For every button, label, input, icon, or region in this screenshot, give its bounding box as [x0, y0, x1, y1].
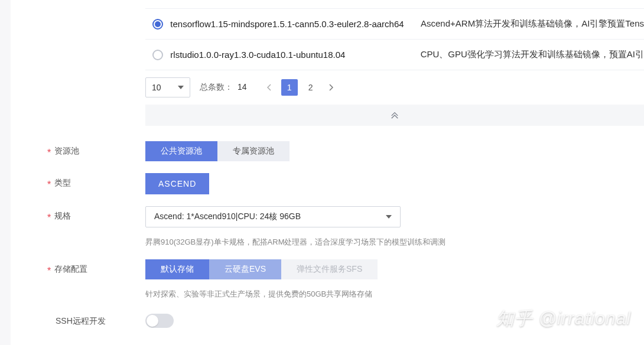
required-mark: *: [47, 213, 51, 223]
storage-toggle: 默认存储 云硬盘EVS 弹性文件服务SFS: [145, 259, 644, 279]
type-label: 类型: [54, 178, 71, 188]
ascend-type-button[interactable]: ASCEND: [145, 173, 209, 194]
page-size-value: 10: [152, 83, 161, 92]
required-mark: *: [47, 266, 51, 276]
config-panel: tensorflow1.15-mindspore1.5.1-cann5.0.3-…: [11, 0, 644, 345]
type-row: * 类型 ASCEND: [11, 173, 644, 194]
spec-row: * 规格 Ascend: 1*Ascend910|CPU: 24核 96GB 昇…: [11, 206, 644, 248]
dedicated-pool-button[interactable]: 专属资源池: [217, 141, 290, 161]
page-number-2[interactable]: 2: [303, 79, 319, 96]
caret-down-icon: [386, 215, 392, 219]
resource-pool-row: * 资源池 公共资源池 专属资源池: [11, 141, 644, 161]
radio-selected[interactable]: [152, 19, 163, 30]
required-mark: *: [47, 148, 51, 158]
image-name: tensorflow1.15-mindspore1.5.1-cann5.0.3-…: [170, 19, 421, 29]
total-label: 总条数：: [200, 82, 233, 92]
storage-evs-button[interactable]: 云硬盘EVS: [209, 259, 281, 279]
public-pool-button[interactable]: 公共资源池: [145, 141, 217, 161]
ssh-label: SSH远程开发: [56, 316, 106, 327]
caret-down-icon: [178, 86, 184, 89]
resource-pool-label: 资源池: [54, 146, 79, 157]
total-count: 14: [238, 82, 247, 92]
pagination: 10 总条数：14 1 2: [145, 70, 644, 105]
ssh-toggle[interactable]: [145, 314, 174, 328]
image-description: CPU、GPU强化学习算法开发和训练基础镜像，预置AI引: [421, 49, 644, 60]
spec-hint: 昇腾910(32GB显存)单卡规格，配搭ARM处理器，适合深度学习场景下的模型训…: [145, 237, 644, 248]
spec-select[interactable]: Ascend: 1*Ascend910|CPU: 24核 96GB: [145, 206, 401, 227]
page-prev-button[interactable]: [262, 80, 277, 95]
spec-value: Ascend: 1*Ascend910|CPU: 24核 96GB: [154, 211, 301, 222]
storage-row: * 存储配置 默认存储 云硬盘EVS 弹性文件服务SFS 针对探索、实验等非正式…: [11, 259, 644, 300]
image-options-table: tensorflow1.15-mindspore1.5.1-cann5.0.3-…: [145, 8, 644, 70]
chevron-double-up-icon: [391, 111, 399, 119]
collapse-bar[interactable]: [145, 105, 644, 126]
image-description: Ascend+ARM算法开发和训练基础镜像，AI引擎预置Tens: [421, 18, 644, 30]
page-next-button[interactable]: [324, 80, 338, 95]
spec-label: 规格: [54, 211, 71, 222]
storage-label: 存储配置: [54, 264, 87, 275]
resource-pool-toggle: 公共资源池 专属资源池: [145, 141, 644, 161]
page-size-select[interactable]: 10: [145, 77, 190, 97]
image-option-row[interactable]: tensorflow1.15-mindspore1.5.1-cann5.0.3-…: [145, 8, 644, 40]
page-nav: 1 2: [262, 79, 338, 96]
image-name: rlstudio1.0.0-ray1.3.0-cuda10.1-ubuntu18…: [170, 50, 420, 60]
page-number-1[interactable]: 1: [281, 79, 298, 96]
required-mark: *: [47, 180, 51, 190]
image-option-row[interactable]: rlstudio1.0.0-ray1.3.0-cuda10.1-ubuntu18…: [145, 40, 644, 70]
storage-hint: 针对探索、实验等非正式生产场景，提供免费的50GB共享网络存储: [145, 289, 644, 300]
storage-sfs-button: 弹性文件服务SFS: [281, 259, 378, 279]
storage-default-button[interactable]: 默认存储: [145, 259, 209, 279]
ssh-row: SSH远程开发: [11, 311, 644, 328]
radio-unselected[interactable]: [152, 50, 163, 60]
